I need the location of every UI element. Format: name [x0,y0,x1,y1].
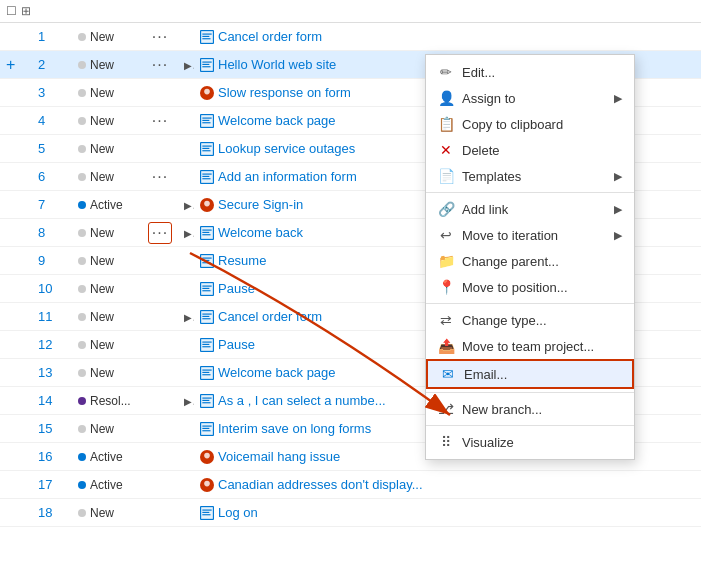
work-item-story-icon [200,282,214,296]
menu-item-email[interactable]: ✉Email... [426,359,634,389]
state-cell: New [72,499,142,527]
svg-point-59 [204,480,210,486]
expand-arrow-icon[interactable]: ▶ [184,57,194,72]
add-child-button[interactable]: + [6,56,15,73]
menu-item-move-to-team-project[interactable]: 📤Move to team project... [426,333,634,359]
order-number: 4 [32,107,72,135]
state-cell: Active [72,443,142,471]
state-label: New [90,282,114,296]
menu-submenu-arrow-add-link: ▶ [614,203,622,216]
menu-item-change-type[interactable]: ⇄Change type... [426,307,634,333]
menu-icon-move-to-position: 📍 [438,279,454,295]
menu-label-assign-to: Assign to [462,91,606,106]
svg-rect-62 [202,511,209,512]
work-item-title[interactable]: Welcome back page [218,113,336,128]
col-header-dots [142,0,178,23]
action-dots-cell [142,387,178,415]
state-cell: New [72,107,142,135]
work-item-title[interactable]: Lookup service outages [218,141,355,156]
menu-separator-separator3 [426,392,634,393]
expand-arrow-icon[interactable]: ▶ [184,309,194,324]
expand-arrow-icon[interactable]: ▶ [184,225,194,240]
table-row: 1New··· Cancel order form [0,23,701,51]
action-dots-cell [142,247,178,275]
work-item-title[interactable]: Hello World web site [218,57,336,72]
state-dot [78,509,86,517]
expand-arrow-icon[interactable]: ▶ [184,197,194,212]
expand-icon[interactable]: ⊞ [21,4,31,18]
menu-submenu-arrow-templates: ▶ [614,170,622,183]
work-item-story-icon [200,142,214,156]
work-item-title[interactable]: Welcome back page [218,365,336,380]
svg-rect-46 [202,371,209,372]
menu-item-move-to-iteration[interactable]: ↩Move to iteration▶ [426,222,634,248]
menu-separator-separator4 [426,425,634,426]
svg-rect-42 [202,343,209,344]
work-item-title[interactable]: Welcome back [218,225,303,240]
expand-arrow-icon[interactable]: ▶ [184,393,194,408]
svg-rect-12 [202,119,209,120]
state-dot [78,397,86,405]
work-item-title[interactable]: Log on [218,505,258,520]
expand-arrow-cell [178,499,194,527]
menu-submenu-arrow-move-to-iteration: ▶ [614,229,622,242]
menu-item-move-to-position[interactable]: 📍Move to position... [426,274,634,300]
context-menu-trigger[interactable]: ··· [148,111,172,131]
state-dot [78,425,86,433]
expand-arrow-cell [178,471,194,499]
svg-rect-45 [202,369,211,370]
order-number: 9 [32,247,72,275]
menu-item-new-branch[interactable]: ⎇New branch... [426,396,634,422]
menu-item-change-parent[interactable]: 📁Change parent... [426,248,634,274]
menu-item-assign-to[interactable]: 👤Assign to▶ [426,85,634,111]
expand-arrow-cell [178,359,194,387]
work-item-title[interactable]: Add an information form [218,169,357,184]
work-item-title[interactable]: Pause [218,281,255,296]
svg-rect-16 [202,147,209,148]
svg-rect-2 [202,35,209,36]
work-item-title[interactable]: Pause [218,337,255,352]
menu-item-copy-to-clipboard[interactable]: 📋Copy to clipboard [426,111,634,137]
context-menu-trigger[interactable]: ··· [148,167,172,187]
col-header-arrow [178,0,194,23]
state-dot [78,33,86,41]
action-dots-cell [142,303,178,331]
svg-rect-31 [202,262,210,263]
checkbox-icon[interactable]: ☐ [6,4,17,18]
work-item-title[interactable]: Interim save on long forms [218,421,371,436]
state-dot [78,313,86,321]
order-number: 11 [32,303,72,331]
expand-arrow-cell [178,247,194,275]
menu-icon-add-link: 🔗 [438,201,454,217]
action-dots-cell [142,415,178,443]
work-item-title[interactable]: Resume [218,253,266,268]
context-menu-trigger[interactable]: ··· [148,55,172,75]
work-item-story-icon [200,254,214,268]
menu-item-edit[interactable]: ✏Edit... [426,59,634,85]
work-item-title[interactable]: Cancel order form [218,29,322,44]
menu-icon-templates: 📄 [438,168,454,184]
work-item-title[interactable]: Cancel order form [218,309,322,324]
context-menu-trigger[interactable]: ··· [148,222,172,244]
work-item-title[interactable]: Canadian addresses don't display... [218,477,423,492]
menu-item-delete[interactable]: ✕Delete [426,137,634,163]
work-item-title[interactable]: Voicemail hang issue [218,449,340,464]
menu-icon-edit: ✏ [438,64,454,80]
svg-rect-5 [202,61,211,62]
menu-item-visualize[interactable]: ⠿Visualize [426,429,634,455]
svg-rect-21 [202,178,210,179]
menu-item-templates[interactable]: 📄Templates▶ [426,163,634,189]
work-item-title[interactable]: Slow response on form [218,85,351,100]
svg-rect-38 [202,315,209,316]
action-dots-cell [142,135,178,163]
menu-item-add-link[interactable]: 🔗Add link▶ [426,196,634,222]
work-item-title[interactable]: Secure Sign-in [218,197,303,212]
expand-arrow-cell [178,415,194,443]
svg-rect-3 [202,38,210,39]
expand-arrow-cell [178,135,194,163]
work-item-story-icon [200,226,214,240]
work-item-title[interactable]: As a , I can select a numbe... [218,393,386,408]
context-menu-trigger[interactable]: ··· [148,27,172,47]
menu-separator-separator2 [426,303,634,304]
state-dot [78,201,86,209]
